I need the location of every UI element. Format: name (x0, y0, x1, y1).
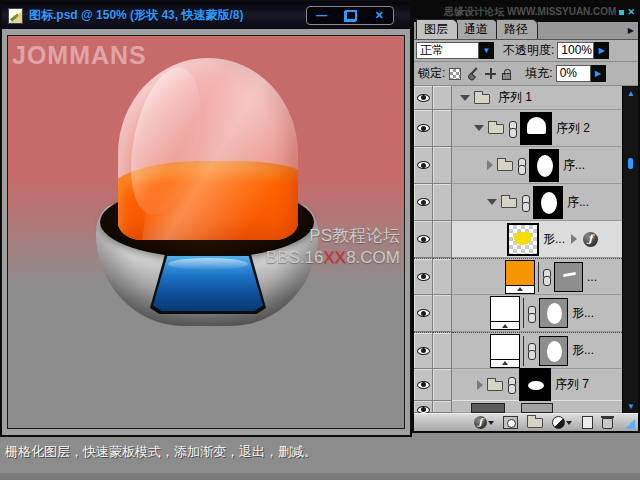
visibility-cell[interactable] (414, 147, 433, 184)
close-button[interactable]: ✕ (375, 7, 384, 24)
tab-layers[interactable]: 图层 (416, 19, 458, 39)
mask-link-chain-icon[interactable] (527, 343, 536, 358)
opacity-spinner-icon[interactable]: ▶ (594, 42, 609, 59)
collapse-triangle-icon[interactable] (487, 199, 497, 205)
expand-triangle-icon[interactable] (477, 380, 483, 390)
visibility-cell[interactable] (414, 295, 433, 332)
layer-name[interactable]: 序列 1 (498, 89, 532, 106)
fill-layer-thumbnail[interactable] (505, 260, 535, 294)
link-cell[interactable] (433, 401, 452, 413)
effects-expand-triangle-icon[interactable] (571, 234, 577, 244)
visibility-cell[interactable] (414, 184, 433, 221)
restore-button[interactable] (345, 11, 356, 21)
layer-row-white-fill-2[interactable]: 形... (414, 332, 622, 369)
link-cell[interactable] (433, 184, 452, 221)
shape-layer-thumbnail[interactable] (507, 223, 539, 256)
layer-mask-thumbnail[interactable] (529, 149, 559, 182)
layer-row-seq3[interactable]: 序... (414, 147, 622, 184)
layers-scrollbar[interactable]: ▲ ▼ (622, 86, 638, 413)
visibility-cell[interactable] (414, 401, 433, 413)
visibility-cell[interactable] (414, 86, 433, 110)
visibility-cell[interactable] (414, 110, 433, 147)
layer-mask-thumbnail[interactable] (533, 186, 563, 219)
layer-row-partial[interactable] (414, 401, 622, 413)
mask-link-chain-icon[interactable] (507, 377, 516, 392)
layer-style-fx-icon[interactable]: ƒ (583, 232, 598, 247)
blend-mode-select[interactable]: 正常 (416, 42, 479, 59)
fill-layer-thumbnail[interactable] (490, 296, 520, 330)
expand-triangle-icon[interactable] (487, 160, 493, 170)
visibility-cell[interactable] (414, 332, 433, 369)
add-layer-mask-icon[interactable] (503, 416, 518, 429)
layer-mask-thumbnail[interactable] (539, 336, 568, 366)
lock-all-padlock-icon[interactable] (502, 73, 511, 80)
layer-row-white-fill-1[interactable]: 形... (414, 295, 622, 332)
layer-mask-thumbnail[interactable] (554, 262, 583, 292)
add-layer-style-button[interactable]: ƒ (474, 416, 494, 429)
opacity-input[interactable]: 100% (557, 42, 594, 59)
blend-mode-dropdown-icon[interactable]: ▼ (479, 42, 494, 59)
layer-mask-thumbnail[interactable] (520, 112, 552, 145)
tab-paths[interactable]: 路径 (496, 19, 538, 39)
mask-link-chain-icon[interactable] (542, 269, 551, 284)
visibility-cell[interactable] (414, 221, 433, 258)
tab-channels[interactable]: 通道 (456, 19, 498, 39)
visibility-cell[interactable] (414, 258, 433, 295)
canvas[interactable]: JOMMANS PS教程论坛 BBS.16XX8.COM (7, 35, 405, 429)
document-titlebar[interactable]: 图标.psd @ 150% (形状 43, 快速蒙版/8) — ✕ (2, 2, 410, 29)
layer-name[interactable]: 形... (572, 305, 594, 322)
layer-name[interactable]: ... (587, 270, 597, 284)
panel-resize-grip[interactable] (622, 416, 636, 430)
lock-pixels-brush-icon[interactable] (466, 67, 479, 80)
new-group-folder-icon[interactable] (527, 418, 543, 428)
link-cell[interactable] (433, 221, 452, 258)
minimize-button[interactable]: — (316, 7, 327, 24)
layer-mask-thumbnail[interactable] (521, 403, 553, 413)
mask-link-chain-icon[interactable] (517, 158, 526, 173)
layer-name[interactable]: 序列 2 (556, 120, 590, 137)
new-adjustment-layer-button[interactable] (552, 416, 572, 429)
delete-layer-trash-icon[interactable] (602, 418, 613, 429)
layer-row-seq7[interactable]: 序列 7 (414, 369, 622, 401)
mask-link-chain-icon[interactable] (521, 195, 530, 210)
scroll-down-icon[interactable]: ▼ (623, 399, 638, 413)
lock-transparency-icon[interactable] (449, 68, 461, 80)
layer-mask-thumbnail[interactable] (539, 298, 568, 328)
link-cell[interactable] (433, 110, 452, 147)
fill-spinner-icon[interactable]: ▶ (591, 65, 606, 82)
layer-row-seq4[interactable]: 序... (414, 184, 622, 221)
layer-name[interactable]: 序列 7 (555, 376, 589, 393)
layer-row-shape-selected[interactable]: 形... ƒ (414, 221, 622, 258)
layer-row-orange-fill[interactable]: ... (414, 258, 622, 295)
layer-mask-thumbnail[interactable] (519, 368, 551, 401)
mask-link-chain-icon[interactable] (508, 121, 517, 136)
group-folder-icon (474, 94, 490, 104)
lock-position-move-icon[interactable] (484, 67, 497, 80)
layer-row-seq2[interactable]: 序列 2 (414, 110, 622, 147)
link-cell[interactable] (433, 258, 452, 295)
layer-row-seq1[interactable]: 序列 1 (414, 86, 622, 110)
dropdown-triangle-icon (488, 421, 494, 425)
fill-layer-thumbnail[interactable] (490, 334, 520, 368)
scroll-up-icon[interactable]: ▲ (623, 86, 638, 100)
link-cell[interactable] (433, 332, 452, 369)
mask-link-chain-icon[interactable] (527, 306, 536, 321)
layer-name[interactable]: 形... (543, 231, 565, 248)
new-layer-icon[interactable] (582, 416, 593, 429)
layer-name[interactable]: 形... (572, 342, 594, 359)
link-cell[interactable] (433, 147, 452, 184)
fill-input[interactable]: 0% (556, 65, 591, 82)
scrollbar-thumb[interactable] (628, 158, 633, 169)
link-cell[interactable] (433, 86, 452, 110)
layer-name[interactable]: 序... (567, 194, 589, 211)
layer-name[interactable]: 序... (563, 157, 585, 174)
panel-menu-arrow-icon[interactable]: ▶ (628, 26, 634, 35)
link-cell[interactable] (433, 369, 452, 401)
collapse-triangle-icon[interactable] (460, 95, 470, 101)
opacity-label: 不透明度: (503, 42, 554, 59)
collapse-triangle-icon[interactable] (474, 125, 484, 131)
layer-thumbnail[interactable] (471, 403, 505, 413)
visibility-cell[interactable] (414, 369, 433, 401)
forum-watermark-line1: PS教程论坛 (266, 225, 400, 247)
link-cell[interactable] (433, 295, 452, 332)
